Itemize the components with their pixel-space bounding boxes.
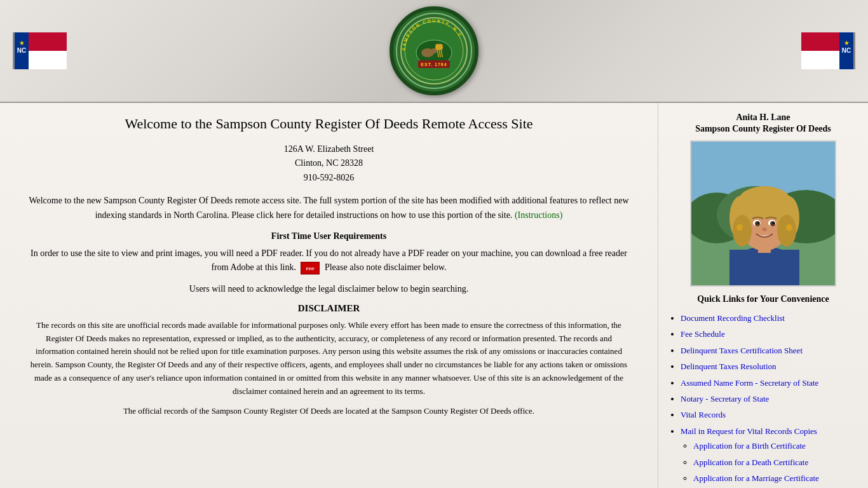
list-item: Mail in Request for Vital Records Copies… (681, 424, 858, 486)
quick-links-heading: Quick Links for Your Convenience (668, 294, 858, 304)
disclaimer-note: Users will need to acknowledge the legal… (25, 284, 632, 294)
quick-links-list: Document Recording ChecklistFee Schedule… (668, 311, 858, 488)
list-item: Vital Records (681, 407, 858, 422)
right-flag-container: NC ★ (801, 32, 855, 69)
registrar-photo (690, 140, 836, 287)
list-item: Application for a Marriage Certificate (693, 471, 858, 485)
address-line1: 126A W. Elizabeth Street (25, 142, 632, 156)
disclaimer-body: The records on this site are unofficial … (25, 319, 632, 418)
registrar-title: Sampson County Register Of Deeds (668, 124, 858, 134)
svg-point-48 (786, 224, 792, 231)
svg-point-17 (439, 44, 443, 50)
instructions-link[interactable]: (Instructions) (515, 210, 562, 220)
sidebar: Anita H. Lane Sampson County Register Of… (658, 103, 868, 488)
list-item: Notary - Secretary of State (681, 391, 858, 406)
pdf-icon[interactable]: PDF (301, 262, 320, 274)
first-time-heading: First Time User Requirements (25, 231, 632, 241)
main-layout: Welcome to the Sampson County Register O… (0, 103, 868, 488)
nc-flag-right: NC ★ (801, 32, 855, 69)
quick-link[interactable]: Application for a Death Certificate (693, 458, 808, 467)
quick-link[interactable]: Assumed Name Form - Secretary of State (681, 378, 818, 388)
svg-point-39 (777, 215, 796, 247)
main-content-area: Welcome to the Sampson County Register O… (0, 103, 658, 488)
address-line2: Clinton, NC 28328 (25, 156, 632, 170)
list-item: Delinquent Taxes Certification Sheet (681, 343, 858, 358)
svg-text:NC: NC (842, 47, 851, 54)
svg-rect-32 (729, 250, 799, 287)
page-title: Welcome to the Sampson County Register O… (25, 116, 632, 132)
list-item: Fee Schedule (681, 327, 858, 341)
first-time-paragraph: In order to use the site to view and pri… (25, 247, 632, 275)
svg-point-47 (736, 224, 743, 231)
left-flag-container: NC ★ (13, 32, 67, 69)
svg-text:★: ★ (844, 39, 850, 46)
svg-point-46 (762, 227, 767, 231)
list-item: Document Recording Checklist (681, 311, 858, 325)
page-header: NC ★ SAMPSON COUNTY, N.C. (0, 0, 868, 103)
svg-point-45 (772, 222, 775, 224)
svg-text:NC: NC (17, 47, 26, 54)
list-item: Application for a Birth Certificate (693, 438, 858, 453)
list-item: Delinquent Taxes Resolution (681, 359, 858, 374)
quick-link[interactable]: Document Recording Checklist (681, 313, 785, 323)
address-block: 126A W. Elizabeth Street Clinton, NC 283… (25, 142, 632, 185)
svg-rect-3 (29, 51, 67, 69)
quick-links-sublist: Application for a Birth CertificateAppli… (681, 438, 858, 485)
disclaimer-text2: The official records of the Sampson Coun… (25, 405, 632, 418)
svg-point-38 (733, 215, 752, 247)
list-item: Application for a Death Certificate (693, 455, 858, 470)
svg-point-44 (757, 222, 759, 224)
svg-rect-20 (853, 32, 855, 69)
disclaimer-heading: DISCLAIMER (25, 303, 632, 314)
first-time-text2: Please also note disclaimer below. (325, 262, 447, 272)
svg-rect-2 (29, 32, 67, 51)
quick-link[interactable]: Delinquent Taxes Certification Sheet (681, 346, 803, 355)
quick-link[interactable]: Mail in Request for Vital Records Copies (681, 426, 817, 436)
quick-link[interactable]: Delinquent Taxes Resolution (681, 362, 776, 371)
disclaimer-text1: The records on this site are unofficial … (25, 319, 632, 398)
pdf-label: PDF (306, 266, 315, 271)
svg-rect-22 (801, 32, 839, 51)
svg-text:★: ★ (19, 39, 25, 46)
svg-text:EST. 1784: EST. 1784 (421, 62, 447, 67)
quick-link[interactable]: Application for a Marriage Certificate (693, 473, 819, 483)
intro-paragraph: Welcome to the new Sampson County Regist… (25, 194, 632, 222)
registrar-name: Anita H. Lane (668, 112, 858, 123)
quick-link[interactable]: Notary - Secretary of State (681, 394, 769, 403)
quick-link[interactable]: Fee Schedule (681, 329, 725, 339)
svg-rect-23 (801, 51, 839, 69)
quick-link[interactable]: Vital Records (681, 410, 726, 419)
quick-link[interactable]: Application for a Birth Certificate (693, 441, 806, 451)
nc-flag-left: NC ★ (13, 32, 67, 69)
list-item: Assumed Name Form - Secretary of State (681, 376, 858, 390)
svg-rect-0 (13, 32, 15, 69)
address-line3: 910-592-8026 (25, 171, 632, 185)
registrar-section: Anita H. Lane Sampson County Register Of… (668, 112, 858, 287)
county-seal: SAMPSON COUNTY, N.C. EST. (390, 6, 478, 95)
